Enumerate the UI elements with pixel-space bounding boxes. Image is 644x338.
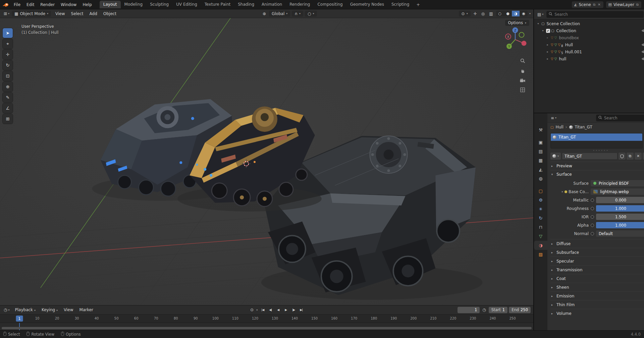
material-slot[interactable]: Titan_GT xyxy=(551,133,642,141)
pan-hand-icon[interactable] xyxy=(520,68,525,73)
transport-button[interactable]: ▶ xyxy=(282,307,289,313)
workspace-tab[interactable]: UV Editing xyxy=(172,1,201,8)
shading-mode-button[interactable]: ◑ xyxy=(512,11,520,16)
tool-button[interactable]: ⊡ xyxy=(3,71,13,81)
property-field[interactable]: 1.500 xyxy=(596,214,644,220)
menu-item[interactable]: Render xyxy=(37,1,58,8)
tool-button[interactable]: ⊞ xyxy=(3,114,13,124)
properties-tab[interactable]: ◑ xyxy=(534,241,547,250)
outliner-item-label[interactable]: boundbox xyxy=(559,36,579,40)
mode-selector[interactable]: ▦ Object Mode ▾ xyxy=(12,11,51,17)
current-frame-field[interactable]: 1 xyxy=(458,307,480,313)
properties-tab[interactable]: ◍ xyxy=(534,174,547,183)
breadcrumb-material[interactable]: Titan_GT xyxy=(575,125,592,129)
properties-tab[interactable]: ▨ xyxy=(534,250,547,259)
eye-icon[interactable] xyxy=(642,29,644,33)
list-resize-grip[interactable]: ∙∙∙∙∙∙ xyxy=(550,149,644,152)
viewport-scene[interactable] xyxy=(0,18,533,305)
unlink-material-button[interactable]: ✕ xyxy=(635,153,642,160)
tool-button[interactable]: ✛ xyxy=(3,50,13,59)
tool-button[interactable]: ✎ xyxy=(3,93,13,102)
browse-material-button[interactable]: ▾ xyxy=(550,153,561,160)
viewport-menu[interactable]: Add xyxy=(87,10,100,17)
use-preview-range-icon[interactable]: ◷ xyxy=(481,307,487,313)
disclosure-arrow[interactable]: ▾ xyxy=(541,29,545,32)
collapsed-panel-header[interactable]: ▸Coat xyxy=(550,274,644,283)
timeline-menu[interactable]: View ▾ xyxy=(61,306,76,313)
properties-tab[interactable]: ↻ xyxy=(534,214,547,223)
properties-tab[interactable]: ⚒ xyxy=(534,125,547,134)
add-workspace-button[interactable]: + xyxy=(414,1,423,8)
property-field[interactable]: 1.000 xyxy=(596,205,644,212)
properties-tab[interactable]: ◭ xyxy=(534,165,547,174)
outliner-row[interactable]: ▾ ✔ ▢ ▽ ▽ ▽ Scene Collection – xyxy=(534,20,644,27)
timeline-track-area[interactable] xyxy=(0,323,533,330)
fake-user-button[interactable] xyxy=(619,153,626,160)
material-filter-button[interactable]: ▾ xyxy=(643,153,644,160)
workspace-tab[interactable]: Modeling xyxy=(121,1,147,8)
new-viewlayer-button[interactable]: ⧉ xyxy=(636,3,639,7)
panel-preview[interactable]: ▸Preview xyxy=(550,162,644,170)
breadcrumb-object[interactable]: Hull xyxy=(555,125,563,129)
transform-pivot-icon[interactable]: ⊕ xyxy=(261,11,267,17)
timeline-menu[interactable]: Playback ▾ xyxy=(12,306,39,313)
menu-item[interactable]: File xyxy=(11,1,23,8)
timeline-menu[interactable]: Keying ▾ xyxy=(39,306,61,313)
workspace-tab[interactable]: Texture Paint xyxy=(201,1,234,8)
collapsed-panel-header[interactable]: ▸Emission xyxy=(550,291,644,300)
disclosure-arrow[interactable]: ▸ xyxy=(545,50,550,53)
new-scene-button[interactable]: ⧉ xyxy=(593,3,596,7)
transform-orientation-selector[interactable]: Global▾ xyxy=(269,11,290,17)
timeline-playhead[interactable]: 1 xyxy=(16,316,23,322)
frame-end-field[interactable]: End250 xyxy=(509,307,531,313)
outliner-row[interactable]: ▸ ✔ ▢ ▽ ▽ ▽ 8 Hull – xyxy=(534,41,644,48)
collapsed-panel-header[interactable]: ▸Specular xyxy=(550,257,644,265)
property-field[interactable]: lightmap.webp xyxy=(591,188,644,195)
outliner-search-input[interactable] xyxy=(554,12,641,17)
options-dropdown[interactable]: Options▾ xyxy=(505,20,529,26)
material-slot-list[interactable]: Titan_GT xyxy=(550,133,643,149)
workspace-tab[interactable]: Rendering xyxy=(286,1,314,8)
outliner-row[interactable]: ▸ ✔ ▢ ▽ ▽ ▽ hull – xyxy=(534,55,644,62)
snapping-selector[interactable]: ∩▾ xyxy=(292,11,303,17)
viewport-menu[interactable]: Object xyxy=(100,10,119,17)
disclosure-arrow[interactable]: ▸ xyxy=(545,57,550,60)
workspace-tab[interactable]: Layout xyxy=(100,1,121,8)
proportional-editing-selector[interactable]: ○▾ xyxy=(305,11,317,17)
shading-mode-button[interactable]: ◉ xyxy=(520,11,528,16)
transport-button[interactable]: |◀ xyxy=(259,307,266,313)
properties-tab[interactable]: ▢ xyxy=(534,186,547,195)
properties-tab[interactable]: ▤ xyxy=(534,147,547,156)
viewlayer-selector[interactable]: ▤ ViewLayer ⧉ xyxy=(606,1,641,8)
outliner-item-label[interactable]: Hull.001 xyxy=(565,50,582,54)
outliner-editor-type-button[interactable]: ▤▾ xyxy=(536,12,544,17)
properties-tab[interactable]: ▽ xyxy=(534,232,547,241)
workspace-tab[interactable]: Compositing xyxy=(314,1,346,8)
toggle-xray-button[interactable]: ▥ xyxy=(488,11,494,17)
viewport-canvas[interactable]: User Perspective (1) Collection | Hull O… xyxy=(0,18,533,305)
workspace-tab[interactable]: Shading xyxy=(234,1,258,8)
shading-dropdown[interactable]: ▾ xyxy=(529,12,531,15)
unlink-scene-button[interactable]: ✕ xyxy=(597,3,601,6)
menu-item[interactable]: Help xyxy=(79,1,95,8)
collapsed-panel-header[interactable]: ▸Transmission xyxy=(550,265,644,274)
properties-tab[interactable]: ▣ xyxy=(534,138,547,147)
gizmo-x-axis[interactable]: X xyxy=(507,35,509,39)
zoom-icon[interactable] xyxy=(520,58,525,63)
disclosure-arrow[interactable]: ▾ xyxy=(536,22,540,25)
collection-checkbox[interactable]: ✔ xyxy=(546,29,550,33)
property-field[interactable]: 1.000 xyxy=(596,222,644,228)
frame-start-field[interactable]: Start1 xyxy=(489,307,507,313)
workspace-tab[interactable]: Geometry Nodes xyxy=(346,1,388,8)
transport-button[interactable]: ▶| xyxy=(298,307,305,313)
new-material-button[interactable]: ⧉ xyxy=(627,153,634,160)
eye-icon[interactable] xyxy=(642,57,644,61)
scene-selector[interactable]: ◭ Scene ⧉ ✕ xyxy=(572,1,603,8)
eye-icon[interactable] xyxy=(642,43,644,47)
eye-icon[interactable] xyxy=(642,50,644,54)
outliner-item-label[interactable]: Hull xyxy=(565,43,573,47)
workspace-tab[interactable]: Sculpting xyxy=(146,1,172,8)
tool-button[interactable]: ↻ xyxy=(3,60,13,70)
timeline-menu[interactable]: Marker ▾ xyxy=(76,306,96,313)
timeline-scrollbar[interactable] xyxy=(2,327,532,329)
